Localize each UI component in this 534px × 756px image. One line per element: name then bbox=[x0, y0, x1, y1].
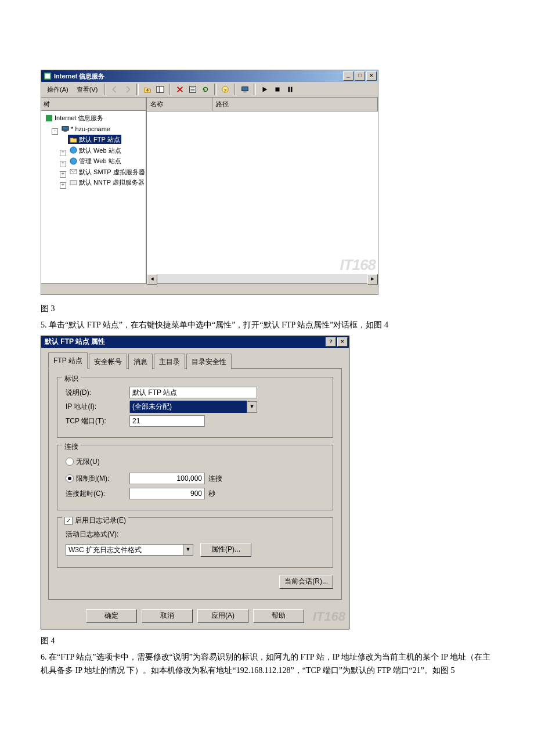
svg-point-18 bbox=[70, 147, 76, 153]
ok-button[interactable]: 确定 bbox=[86, 609, 137, 623]
unlimited-radio[interactable]: 无限(U) bbox=[66, 456, 100, 467]
tree-host[interactable]: * hzu-pcname bbox=[60, 124, 111, 134]
tab-strip: FTP 站点 安全帐号 消息 主目录 目录安全性 bbox=[48, 352, 342, 369]
svg-point-19 bbox=[70, 157, 76, 164]
list-area[interactable]: IT168 ◄ ► bbox=[147, 111, 378, 283]
log-format-select[interactable]: W3C 扩充日志文件格式 ▼ bbox=[66, 544, 193, 556]
connections-group: 连接 无限(U) 限制到(M): 连接 bbox=[57, 445, 333, 510]
tab-panel: 标识 说明(D): IP 地址(I): (全部未分配) ▼ TCP 端口(T) bbox=[48, 368, 342, 600]
close-button[interactable]: × bbox=[337, 337, 348, 347]
limit-value-input[interactable] bbox=[129, 473, 205, 484]
expand-icon[interactable]: + bbox=[60, 182, 66, 189]
figure-4-caption: 图 4 bbox=[41, 634, 493, 648]
dialog-title: 默认 FTP 站点 属性 bbox=[45, 336, 105, 347]
tab-messages[interactable]: 消息 bbox=[128, 354, 153, 369]
expand-icon[interactable]: + bbox=[60, 171, 66, 178]
tree-view[interactable]: Internet 信息服务 - * hzu-pcname bbox=[41, 111, 146, 283]
svg-rect-21 bbox=[70, 180, 76, 184]
minimize-button[interactable]: _ bbox=[343, 71, 353, 81]
tree-ftp-site[interactable]: 默认 FTP 站点 bbox=[68, 135, 121, 144]
iis-icon bbox=[45, 114, 53, 122]
close-button[interactable]: × bbox=[366, 71, 377, 81]
forward-icon bbox=[122, 84, 134, 95]
svg-rect-15 bbox=[45, 114, 52, 121]
show-hide-tree-icon[interactable] bbox=[154, 84, 166, 95]
computer-icon bbox=[61, 125, 69, 133]
up-folder-icon[interactable] bbox=[142, 84, 153, 95]
log-format-label: 活动日志格式(V): bbox=[66, 528, 324, 540]
col-path[interactable]: 路径 bbox=[212, 98, 378, 111]
scroll-track[interactable] bbox=[157, 274, 367, 283]
scroll-left-icon[interactable]: ◄ bbox=[147, 274, 157, 285]
tree-smtp[interactable]: 默认 SMTP 虚拟服务器 bbox=[68, 167, 146, 177]
connections-legend: 连接 bbox=[62, 441, 81, 452]
status-bar bbox=[41, 283, 378, 294]
computer-icon[interactable] bbox=[239, 84, 251, 95]
svg-rect-10 bbox=[242, 87, 248, 91]
delete-icon[interactable] bbox=[174, 84, 186, 95]
col-name[interactable]: 名称 bbox=[147, 98, 212, 111]
tree-root[interactable]: Internet 信息服务 bbox=[44, 113, 104, 123]
separator bbox=[169, 84, 171, 95]
enable-logging-checkbox[interactable]: ✓ 启用日志记录(E) bbox=[64, 514, 126, 526]
dialog-titlebar[interactable]: 默认 FTP 站点 属性 ? × bbox=[41, 336, 349, 348]
help-button[interactable]: ? bbox=[326, 337, 336, 347]
tab-home-directory[interactable]: 主目录 bbox=[154, 354, 185, 369]
svg-rect-16 bbox=[62, 127, 68, 131]
separator bbox=[254, 84, 256, 95]
menu-action[interactable]: 操作(A) bbox=[44, 83, 72, 96]
dropdown-icon[interactable]: ▼ bbox=[247, 402, 257, 412]
timeout-input[interactable] bbox=[129, 488, 205, 499]
tree-smtp-label: 默认 SMTP 虚拟服务器 bbox=[79, 167, 145, 177]
help-icon[interactable]: ? bbox=[219, 84, 231, 95]
pause-icon[interactable] bbox=[284, 84, 296, 95]
play-icon[interactable] bbox=[259, 84, 270, 95]
description-input[interactable] bbox=[129, 387, 257, 398]
help-button[interactable]: 帮助 bbox=[253, 609, 304, 623]
watermark: IT168 bbox=[313, 606, 345, 627]
tree-nntp[interactable]: 默认 NNTP 虚拟服务器 bbox=[68, 178, 146, 187]
tree-admin-label: 管理 Web 站点 bbox=[79, 156, 121, 165]
window-title: Internet 信息服务 bbox=[54, 71, 104, 82]
column-header[interactable]: 名称 路径 bbox=[147, 98, 378, 111]
maximize-button[interactable]: □ bbox=[355, 71, 365, 81]
stop-icon[interactable] bbox=[272, 84, 283, 95]
expand-icon[interactable]: - bbox=[52, 128, 58, 135]
tree-web-site[interactable]: 默认 Web 站点 bbox=[68, 146, 122, 155]
tree-header: 树 bbox=[41, 98, 146, 111]
description-label: 说明(D): bbox=[66, 387, 129, 398]
current-sessions-button[interactable]: 当前会话(R)... bbox=[279, 575, 333, 589]
ip-address-select[interactable]: (全部未分配) ▼ bbox=[129, 401, 257, 413]
limit-to-radio[interactable]: 限制到(M): bbox=[66, 473, 129, 484]
svg-rect-17 bbox=[63, 131, 67, 132]
tree-web-label: 默认 Web 站点 bbox=[79, 146, 121, 155]
separator bbox=[234, 84, 236, 95]
refresh-icon[interactable] bbox=[200, 84, 211, 95]
window-titlebar[interactable]: Internet 信息服务 _ □ × bbox=[41, 70, 378, 82]
cancel-button[interactable]: 取消 bbox=[142, 609, 193, 623]
tree-admin-site[interactable]: 管理 Web 站点 bbox=[68, 156, 122, 165]
dropdown-icon[interactable]: ▼ bbox=[183, 545, 193, 555]
svg-rect-13 bbox=[288, 87, 290, 92]
tcp-port-label: TCP 端口(T): bbox=[66, 415, 129, 427]
globe-icon bbox=[69, 157, 77, 165]
ftp-folder-icon bbox=[69, 135, 77, 143]
expand-icon[interactable]: + bbox=[60, 150, 66, 156]
menu-view[interactable]: 查看(V) bbox=[73, 83, 102, 96]
expand-icon[interactable]: + bbox=[60, 161, 66, 167]
scroll-right-icon[interactable]: ► bbox=[367, 274, 378, 285]
tab-security-accounts[interactable]: 安全帐号 bbox=[89, 354, 127, 369]
properties-icon[interactable] bbox=[187, 84, 199, 95]
apply-button[interactable]: 应用(A) bbox=[197, 609, 248, 623]
limit-unit: 连接 bbox=[208, 473, 222, 484]
tab-directory-security[interactable]: 目录安全性 bbox=[186, 354, 232, 369]
horizontal-scrollbar[interactable]: ◄ ► bbox=[147, 274, 378, 283]
svg-rect-14 bbox=[291, 87, 293, 92]
tcp-port-input[interactable] bbox=[129, 415, 205, 427]
svg-rect-1 bbox=[45, 74, 50, 79]
log-properties-button[interactable]: 属性(P)... bbox=[200, 543, 251, 557]
log-format-value: W3C 扩充日志文件格式 bbox=[66, 544, 183, 556]
tab-ftp-site[interactable]: FTP 站点 bbox=[48, 352, 88, 369]
app-icon bbox=[44, 72, 52, 80]
back-icon bbox=[109, 84, 121, 95]
